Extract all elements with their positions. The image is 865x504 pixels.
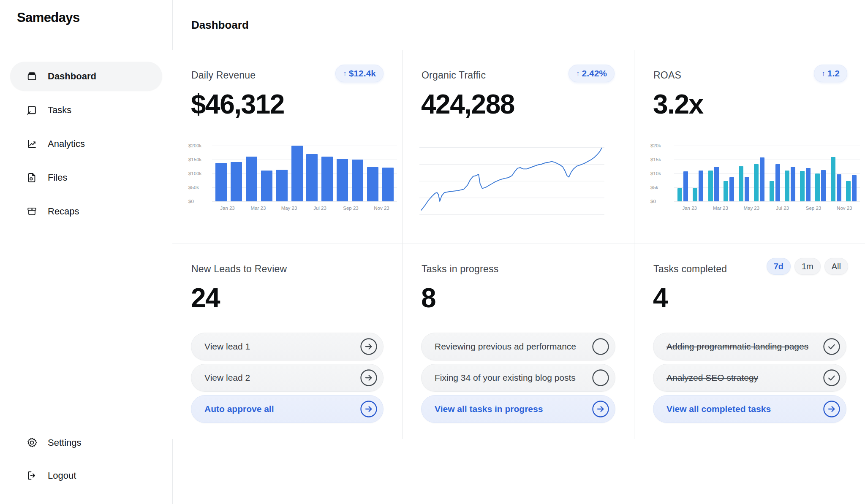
new-leads-value: 24	[191, 285, 220, 312]
daily-revenue-chart: $200k$150k$100k$50k$0Jan 23Mar 23May 23J…	[188, 146, 397, 218]
bar	[785, 171, 789, 201]
y-axis-tick: $15k	[650, 157, 661, 162]
sidebar-item-files[interactable]: Files	[10, 163, 162, 192]
roas-value: 3.2x	[653, 91, 703, 118]
files-icon	[26, 172, 38, 183]
view-lead-1-row[interactable]: View lead 1	[191, 333, 384, 360]
sidebar-item-logout[interactable]: Logout	[10, 461, 162, 490]
bar-group	[739, 146, 749, 201]
sidebar-item-label: Logout	[48, 470, 76, 481]
daily-revenue-value: $46,312	[191, 91, 284, 118]
analytics-icon	[26, 138, 38, 149]
bar	[806, 168, 811, 201]
tasks-completed-value: 4	[653, 285, 667, 312]
sidebar-item-settings[interactable]: Settings	[10, 428, 162, 457]
card-daily-revenue: Daily Revenue ↑ $12.4k $46,312 $200k$150…	[172, 50, 403, 244]
bar	[291, 146, 303, 201]
sidebar-nav: DashboardTasksAnalyticsFilesRecaps	[10, 62, 162, 226]
organic-traffic-value: 424,288	[421, 91, 514, 118]
analyzed-seo-strategy-row[interactable]: Analyzed SEO strategy	[653, 364, 846, 392]
y-axis-tick: $0	[650, 199, 656, 204]
bar	[382, 168, 394, 201]
x-axis-tick: Jul 23	[767, 206, 798, 211]
x-axis-tick: Jul 23	[305, 206, 335, 211]
fixing-34-of-your-existing-blog-posts-row[interactable]: Fixing 34 of your existing blog posts	[421, 364, 615, 392]
view-all-completed-tasks-button[interactable]: View all completed tasks	[653, 395, 846, 423]
x-axis-tick: Sep 23	[798, 206, 829, 211]
view-lead-2-row[interactable]: View lead 2	[191, 364, 384, 392]
sidebar-item-label: Tasks	[48, 105, 71, 116]
x-axis-tick: Mar 23	[243, 206, 274, 211]
bar-group	[831, 146, 841, 201]
y-axis-tick: $50k	[188, 185, 199, 190]
bar-group	[846, 146, 857, 201]
bar-group	[708, 146, 719, 201]
bar-group	[754, 146, 764, 201]
brand-logo: Samedays	[17, 10, 80, 25]
bar	[246, 157, 257, 201]
daily-revenue-badge: ↑ $12.4k	[335, 65, 384, 82]
row-label: View all tasks in progress	[435, 404, 543, 414]
y-axis-tick: $200k	[188, 143, 201, 148]
card-title: Tasks completed	[653, 263, 727, 275]
page-title: Dashboard	[191, 19, 249, 32]
tasks-completed-filters: 7d1mAll	[767, 258, 848, 275]
sidebar-item-recaps[interactable]: Recaps	[10, 197, 162, 226]
y-axis-tick: $150k	[188, 157, 201, 162]
filter-1m[interactable]: 1m	[794, 258, 821, 275]
y-axis-tick: $0	[188, 199, 194, 204]
bar	[337, 159, 348, 201]
bar	[791, 167, 795, 201]
recaps-icon	[26, 206, 38, 217]
x-axis-tick: Mar 23	[705, 206, 736, 211]
x-axis-tick: Sep 23	[335, 206, 366, 211]
filter-7d[interactable]: 7d	[767, 258, 791, 275]
bar-group	[770, 146, 780, 201]
sidebar-item-dashboard[interactable]: Dashboard	[10, 62, 162, 91]
bar	[699, 171, 703, 201]
bar	[261, 171, 272, 201]
sidebar-item-tasks[interactable]: Tasks	[10, 95, 162, 125]
bar	[739, 166, 743, 201]
sidebar-item-analytics[interactable]: Analytics	[10, 129, 162, 158]
circle-icon	[592, 369, 609, 387]
bar	[724, 181, 728, 201]
x-axis-tick: May 23	[274, 206, 305, 211]
bar	[775, 164, 780, 201]
organic-traffic-chart	[419, 147, 604, 215]
view-all-tasks-in-progress-button[interactable]: View all tasks in progress	[421, 395, 615, 423]
card-organic-traffic: Organic Traffic ↑ 2.42% 424,288	[403, 50, 634, 244]
sidebar-item-label: Dashboard	[48, 71, 96, 82]
row-label: Reviewing previous ad performance	[435, 341, 576, 352]
row-label: View lead 2	[204, 373, 250, 383]
adding-programmatic-landing-pages-row[interactable]: Adding programmatic landing pages	[653, 333, 846, 360]
app-root: { "brand": "Samedays", "accent_color": "…	[0, 0, 865, 504]
badge-value: 1.2	[827, 68, 840, 79]
y-axis-tick: $100k	[188, 171, 201, 176]
traffic-line-series	[421, 148, 601, 210]
x-axis-tick: Jan 23	[212, 206, 243, 211]
bar-group	[800, 146, 811, 201]
settings-icon	[26, 437, 38, 448]
sidebar-item-label: Recaps	[48, 206, 79, 217]
sidebar-item-label: Settings	[48, 437, 82, 448]
bar	[800, 171, 805, 201]
badge-value: $12.4k	[349, 68, 376, 79]
bar	[708, 171, 713, 201]
bar	[821, 170, 826, 201]
row-label: Analyzed SEO strategy	[666, 373, 758, 383]
card-tasks-completed: Tasks completed 7d1mAll 4 Adding program…	[634, 244, 865, 439]
row-label: Adding programmatic landing pages	[666, 341, 808, 352]
reviewing-previous-ad-performance-row[interactable]: Reviewing previous ad performance	[421, 333, 615, 360]
cards-grid: Daily Revenue ↑ $12.4k $46,312 $200k$150…	[172, 50, 865, 439]
badge-value: 2.42%	[582, 68, 607, 79]
tasks-in-progress-value: 8	[421, 285, 435, 312]
x-axis-tick: May 23	[736, 206, 767, 211]
bar-group	[693, 146, 703, 201]
card-new-leads: New Leads to Review 24 View lead 1View l…	[172, 244, 403, 439]
filter-all[interactable]: All	[824, 258, 848, 275]
roas-chart: $20k$15k$10k$5k$0Jan 23Mar 23May 23Jul 2…	[650, 146, 860, 218]
y-axis-tick: $20k	[650, 143, 661, 148]
circle-icon	[592, 338, 609, 355]
auto-approve-all-button[interactable]: Auto approve all	[191, 395, 384, 423]
